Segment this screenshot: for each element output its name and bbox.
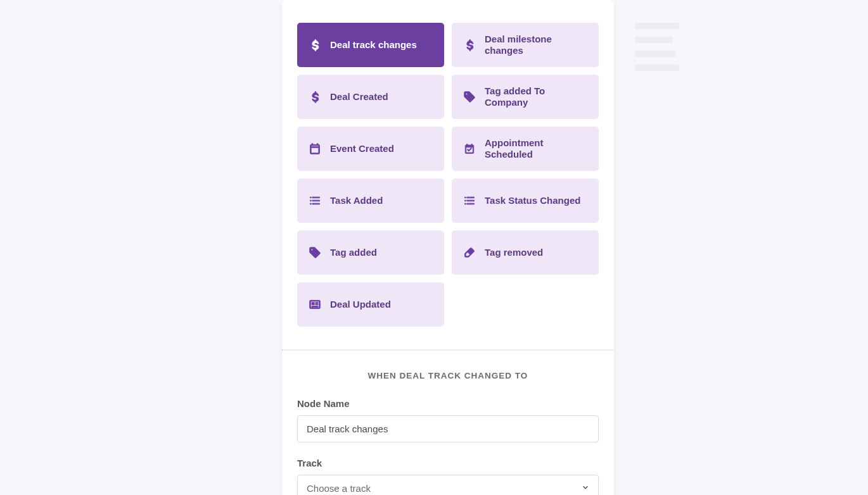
trigger-config-panel: Deal track changes Deal milestone change…: [282, 0, 614, 495]
trigger-label: Task Status Changed: [485, 195, 589, 206]
trigger-label: Appointment Scheduled: [485, 137, 589, 160]
calendar-icon: [307, 141, 322, 156]
trigger-label: Deal Created: [330, 91, 434, 103]
trigger-deal-milestone-changes[interactable]: Deal milestone changes: [452, 23, 599, 67]
trigger-tag-added-company[interactable]: Tag added To Company: [452, 75, 599, 119]
node-name-label: Node Name: [297, 398, 599, 409]
node-name-input[interactable]: [297, 415, 599, 442]
eraser-icon: [462, 245, 477, 260]
track-group: Track Choose a track: [297, 458, 599, 495]
trigger-label: Tag removed: [485, 247, 589, 258]
trigger-form-section: WHEN DEAL TRACK CHANGED TO Node Name Tra…: [282, 351, 614, 495]
trigger-task-status-changed[interactable]: Task Status Changed: [452, 179, 599, 223]
trigger-label: Deal milestone changes: [485, 34, 589, 56]
trigger-deal-created[interactable]: Deal Created: [297, 75, 444, 119]
track-select[interactable]: Choose a track: [297, 475, 599, 495]
trigger-tag-added[interactable]: Tag added: [297, 230, 444, 275]
dollar-icon: [307, 37, 322, 53]
trigger-deal-updated[interactable]: Deal Updated: [297, 282, 444, 327]
trigger-label: Deal track changes: [330, 39, 434, 51]
trigger-label: Tag added To Company: [485, 85, 589, 108]
background-placeholder-lines: [635, 23, 679, 78]
trigger-task-added[interactable]: Task Added: [297, 179, 444, 223]
trigger-deal-track-changes[interactable]: Deal track changes: [297, 23, 444, 67]
form-heading: WHEN DEAL TRACK CHANGED TO: [297, 371, 599, 380]
trigger-event-created[interactable]: Event Created: [297, 127, 444, 171]
dollar-icon: [307, 89, 322, 104]
trigger-tag-removed[interactable]: Tag removed: [452, 230, 599, 275]
node-name-group: Node Name: [297, 398, 599, 442]
tag-icon: [462, 89, 477, 104]
trigger-label: Tag added: [330, 247, 434, 258]
trigger-label: Deal Updated: [330, 299, 434, 310]
dollar-icon: [462, 37, 477, 53]
trigger-label: Event Created: [330, 143, 434, 154]
trigger-type-grid: Deal track changes Deal milestone change…: [282, 0, 614, 349]
trigger-label: Task Added: [330, 195, 434, 206]
checklist-icon: [307, 193, 322, 208]
appointment-icon: [462, 141, 477, 156]
track-label: Track: [297, 458, 599, 468]
news-icon: [307, 297, 322, 312]
tag-icon: [307, 245, 322, 260]
checklist-icon: [462, 193, 477, 208]
trigger-appointment-scheduled[interactable]: Appointment Scheduled: [452, 127, 599, 171]
